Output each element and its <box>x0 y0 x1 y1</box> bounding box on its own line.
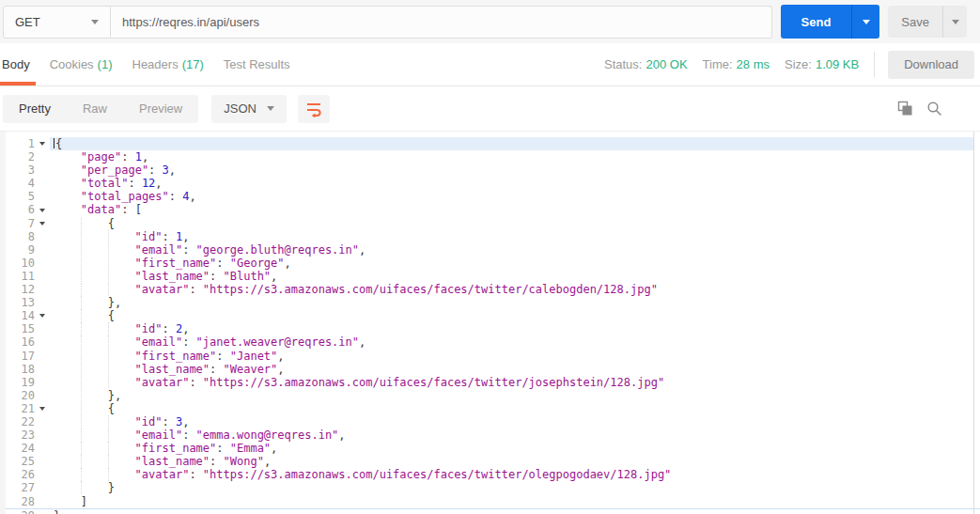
mode-raw[interactable]: Raw <box>67 95 123 123</box>
token-k: "total_pages" <box>81 190 169 203</box>
indent-guide <box>54 177 81 190</box>
indent-guide <box>108 270 135 283</box>
code-text: "first_name": "Emma", <box>50 442 973 455</box>
token-num: 3 <box>163 164 169 177</box>
tab-test-results[interactable]: Test Results <box>224 43 290 86</box>
token-p: : <box>121 150 134 164</box>
token-k: "last_name" <box>135 363 210 376</box>
indent-guide <box>54 283 81 296</box>
status-value: 200 OK <box>646 57 687 71</box>
indent-guide <box>81 363 108 376</box>
indent-guide <box>108 322 135 335</box>
token-k: "avatar" <box>135 376 190 389</box>
method-dropdown[interactable]: GET <box>3 6 111 39</box>
token-p: : <box>189 468 202 481</box>
indent-guide <box>54 495 81 508</box>
wrap-text-button[interactable] <box>298 95 330 123</box>
code-text: "id": 3, <box>50 415 973 428</box>
fold-cell <box>35 389 50 402</box>
indent-guide <box>81 402 108 415</box>
code-text: "data": [ <box>50 203 973 216</box>
indent-guide <box>81 481 108 494</box>
search-icon <box>926 101 942 117</box>
active-tab-underline <box>0 82 36 86</box>
fold-cell <box>35 283 50 296</box>
tab-label: Test Results <box>224 57 290 71</box>
fold-cell <box>35 137 50 150</box>
indent-guide <box>81 455 108 468</box>
language-dropdown[interactable]: JSON <box>211 95 287 123</box>
token-k: "email" <box>135 335 183 349</box>
response-body-editor[interactable]: 1{2"page": 1,3"per_page": 3,4"total": 12… <box>0 131 980 514</box>
line-gutter: 13 <box>0 296 50 309</box>
line-number: 21 <box>0 402 35 415</box>
indent-guide <box>81 243 108 257</box>
token-p: : [ <box>121 203 142 216</box>
token-k: "avatar" <box>135 468 190 481</box>
url-input[interactable] <box>111 6 772 39</box>
search-button[interactable] <box>926 101 942 117</box>
fold-cell <box>35 322 50 335</box>
line-number: 12 <box>0 283 35 296</box>
indent-guide <box>108 350 135 363</box>
line-gutter: 2 <box>0 150 50 164</box>
size-pair: Size:1.09 KB <box>785 57 859 71</box>
line-number: 15 <box>0 322 35 335</box>
indent-guide <box>54 309 81 322</box>
indent-guide <box>108 415 135 428</box>
token-s: "https://s3.amazonaws.com/uifaces/faces/… <box>203 468 672 481</box>
code-text: "page": 1, <box>50 150 973 164</box>
line-gutter: 25 <box>0 455 50 468</box>
send-options-button[interactable] <box>851 5 879 39</box>
copy-icon <box>897 101 913 117</box>
indent-guide <box>54 257 81 270</box>
mode-preview[interactable]: Preview <box>123 95 198 123</box>
tab-cookies[interactable]: Cookies (1) <box>50 43 113 86</box>
fold-arrow-icon[interactable] <box>39 314 45 318</box>
indent-guide <box>54 230 81 243</box>
token-p: , <box>338 428 345 442</box>
token-p: ] <box>81 495 87 508</box>
save-options-button[interactable] <box>942 6 967 38</box>
tab-headers[interactable]: Headers (17) <box>132 43 204 86</box>
fold-arrow-icon[interactable] <box>39 209 45 212</box>
token-s: "emma.wong@reqres.in" <box>196 428 339 442</box>
save-button[interactable]: Save <box>888 6 942 38</box>
token-k: "per_page" <box>81 164 148 177</box>
indent-guide <box>54 270 81 283</box>
token-p: : <box>189 376 202 389</box>
indent-guide <box>54 376 81 389</box>
code-line: 18"last_name": "Weaver", <box>0 363 980 376</box>
tab-body[interactable]: Body <box>2 43 30 86</box>
fold-arrow-icon[interactable] <box>39 407 45 411</box>
line-gutter: 28 <box>0 495 50 508</box>
fold-cell <box>35 150 50 164</box>
fold-arrow-icon[interactable] <box>39 142 45 146</box>
token-p: { <box>108 309 115 322</box>
copy-button[interactable] <box>897 101 913 117</box>
line-gutter: 18 <box>0 363 50 376</box>
token-s: "https://s3.amazonaws.com/uifaces/faces/… <box>203 283 658 296</box>
token-p: , <box>182 415 189 428</box>
token-p: , <box>285 257 291 270</box>
token-k: "last_name" <box>135 455 210 468</box>
download-button[interactable]: Download <box>888 51 974 79</box>
line-gutter: 5 <box>0 190 50 203</box>
mode-pretty[interactable]: Pretty <box>3 95 67 123</box>
line-number: 27 <box>0 481 35 494</box>
line-gutter: 11 <box>0 270 50 283</box>
token-p: : <box>216 350 229 363</box>
token-k: "email" <box>135 243 183 257</box>
token-p: }, <box>108 296 121 309</box>
line-number: 25 <box>0 455 35 468</box>
code-line: 16"email": "janet.weaver@reqres.in", <box>0 335 980 349</box>
send-button[interactable]: Send <box>781 5 852 39</box>
fold-cell <box>35 257 50 270</box>
fold-arrow-icon[interactable] <box>39 222 45 226</box>
token-p: : <box>162 322 175 335</box>
indent-guide <box>81 230 108 243</box>
line-number: 23 <box>0 428 35 442</box>
token-p: , <box>264 455 271 468</box>
fold-cell <box>35 350 50 363</box>
token-p: , <box>271 442 277 455</box>
